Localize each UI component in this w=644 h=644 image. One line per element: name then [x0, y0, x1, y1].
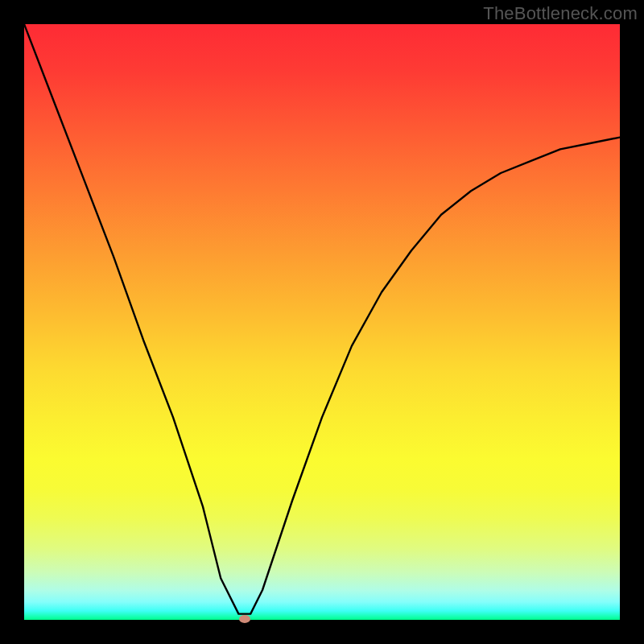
plot-area [24, 24, 620, 620]
watermark-text: TheBottleneck.com [483, 3, 638, 24]
chart-frame: TheBottleneck.com [0, 0, 644, 644]
optimal-point-marker [239, 615, 250, 623]
bottleneck-curve [24, 24, 620, 620]
